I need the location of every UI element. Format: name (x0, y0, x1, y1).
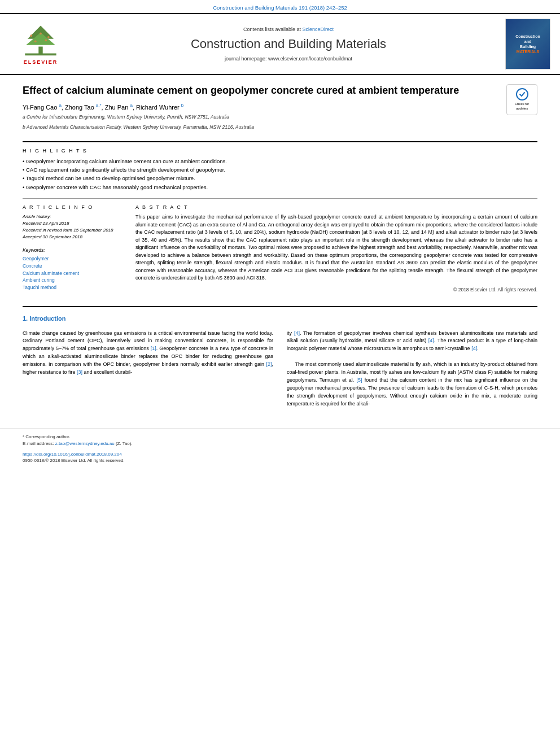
svg-point-7 (40, 33, 42, 35)
affil-a3: a (130, 103, 132, 108)
keyword-ambient: Ambient curing (23, 277, 124, 284)
ref-1[interactable]: [1] (151, 346, 156, 351)
intro-text-left: Climate change caused by greenhouse gas … (23, 330, 273, 377)
copyright: © 2018 Elsevier Ltd. All rights reserved… (135, 287, 537, 292)
ref-4[interactable]: [4] (294, 330, 300, 336)
journal-title: Construction and Building Materials (80, 37, 497, 51)
intro-col-left: Climate change caused by greenhouse gas … (23, 330, 273, 408)
svg-point-4 (47, 36, 50, 38)
journal-cover: Construction and Building MATERIALS (502, 19, 553, 69)
highlights-list: Geopolymer incorporating calcium alumina… (23, 157, 537, 191)
sciencedirect-link[interactable]: ScienceDirect (303, 27, 334, 32)
keywords-label: Keywords: (23, 247, 124, 253)
affil-a2: a,* (96, 103, 102, 108)
highlight-item: Geopolymer concrete with CAC has reasona… (23, 183, 537, 191)
journal-header: ELSEVIER Contents lists available at Sci… (0, 13, 560, 75)
corresponding-note: * Corresponding author. (23, 434, 537, 440)
journal-title-area: Contents lists available at ScienceDirec… (80, 19, 497, 69)
svg-rect-8 (25, 54, 56, 56)
keywords-section: Keywords: Geopolymer Concrete Calcium al… (23, 247, 124, 291)
affil-a: a (59, 103, 61, 108)
elsevier-label: ELSEVIER (24, 59, 58, 65)
svg-point-6 (45, 40, 47, 42)
elsevier-tree-icon (18, 23, 63, 57)
cover-title: Construction and Building MATERIALS (515, 34, 540, 54)
svg-rect-0 (38, 47, 42, 55)
intro-text-right: ity [4]. The formation of geopolymer inv… (287, 330, 537, 408)
highlight-item: CAC replacement ratio significantly affe… (23, 165, 537, 174)
highlights-label: H I G H L I G H T S (23, 148, 537, 154)
page: Construction and Building Materials 191 … (0, 0, 560, 468)
contents-line: Contents lists available at ScienceDirec… (80, 27, 497, 32)
doi-link[interactable]: https://doi.org/10.1016/j.conbuildmat.20… (23, 452, 122, 457)
ref-3[interactable]: [3] (77, 369, 82, 375)
check-for-updates-badge: Check forupdates (506, 84, 537, 115)
article-title-section: Effect of calcium aluminate cement on ge… (23, 84, 537, 134)
abstract-column: A B S T R A C T This paper aims to inves… (135, 204, 537, 298)
article-info-abstract: A R T I C L E I N F O Article history: R… (23, 204, 537, 298)
keyword-geopolymer: Geopolymer (23, 255, 124, 263)
article-info-label: A R T I C L E I N F O (23, 204, 124, 210)
journal-reference: Construction and Building Materials 191 … (0, 0, 560, 13)
ref-4b[interactable]: [4] (428, 338, 434, 343)
publisher-logo: ELSEVIER (7, 19, 75, 69)
highlights-section: H I G H L I G H T S Geopolymer incorpora… (23, 148, 537, 191)
article-title-text: Effect of calcium aluminate cement on ge… (23, 84, 501, 134)
section-divider (23, 141, 537, 142)
email-note: E-mail address: z.tao@westernsydney.edu.… (23, 440, 537, 447)
article-history: Article history: Received 13 April 2018 … (23, 213, 124, 241)
ref-5[interactable]: [5] (356, 377, 362, 383)
highlight-item: Geopolymer incorporating calcium alumina… (23, 157, 537, 165)
introduction-section: 1. Introduction Climate change caused by… (23, 315, 537, 408)
ref-4c[interactable]: [4] (471, 346, 477, 351)
abstract-section: A B S T R A C T This paper aims to inves… (135, 204, 537, 292)
affiliation-b: b Advanced Materials Characterisation Fa… (23, 124, 501, 131)
svg-point-5 (34, 40, 37, 42)
abstract-label: A B S T R A C T (135, 204, 537, 210)
affil-b: b (181, 103, 183, 108)
article-info-column: A R T I C L E I N F O Article history: R… (23, 204, 124, 298)
section-title: 1. Introduction (23, 315, 537, 322)
keyword-concrete: Concrete (23, 263, 124, 270)
cover-image: Construction and Building MATERIALS (505, 19, 550, 69)
keyword-cac: Calcium aluminate cement (23, 270, 124, 277)
svg-point-3 (30, 34, 33, 37)
ref-2[interactable]: [2] (266, 361, 272, 367)
affiliation-a: a Centre for Infrastructure Engineering,… (23, 114, 501, 121)
intro-col-right: ity [4]. The formation of geopolymer inv… (287, 330, 537, 408)
main-content: Effect of calcium aluminate cement on ge… (0, 75, 560, 417)
authors: Yi-Fang Cao a, Zhong Tao a,*, Zhu Pan a,… (23, 103, 501, 111)
footer: * Corresponding author. E-mail address: … (0, 429, 560, 468)
check-updates-icon (516, 88, 528, 101)
keyword-taguchi: Taguchi method (23, 284, 124, 291)
divider-3 (23, 306, 537, 307)
highlight-item: Taguchi method can be used to develop op… (23, 174, 537, 182)
email-link[interactable]: z.tao@westernsydney.edu.au (55, 441, 115, 446)
divider-2 (23, 198, 537, 199)
introduction-body: Climate change caused by greenhouse gas … (23, 330, 537, 408)
journal-homepage: journal homepage: www.elsevier.com/locat… (80, 56, 497, 62)
doi-area: https://doi.org/10.1016/j.conbuildmat.20… (23, 451, 537, 457)
elsevier-logo: ELSEVIER (18, 23, 63, 65)
checkmark-icon (519, 91, 526, 98)
issn-line: 0950-0618/© 2018 Elsevier Ltd. All right… (23, 458, 537, 463)
article-title: Effect of calcium aluminate cement on ge… (23, 84, 501, 97)
abstract-text: This paper aims to investigate the mecha… (135, 213, 537, 282)
article-info: A R T I C L E I N F O Article history: R… (23, 204, 124, 241)
